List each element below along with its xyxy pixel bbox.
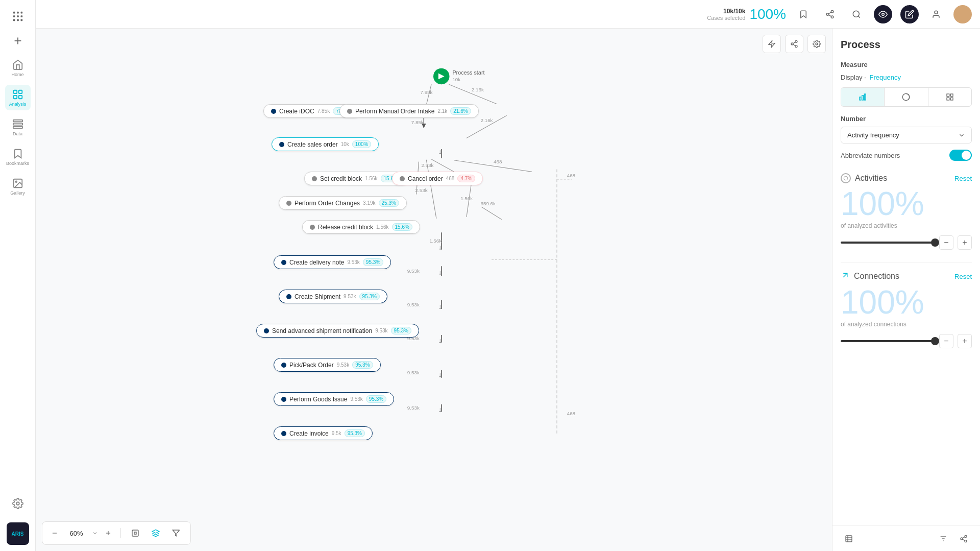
sidebar-item-data[interactable]: Data <box>5 114 31 140</box>
aris-logo: ARIS <box>7 522 29 545</box>
activity-frequency-dropdown[interactable]: Activity frequency <box>841 127 972 143</box>
svg-rect-1 <box>17 12 19 14</box>
svg-rect-0 <box>13 12 15 14</box>
svg-text:659.6k: 659.6k <box>480 201 496 206</box>
canvas-lightning-icon[interactable] <box>763 35 781 53</box>
left-nav: 1 Home Analysis Data Bookmarks Gallery A… <box>0 0 36 551</box>
header-right: 10k/10k Cases selected 100% <box>707 5 972 23</box>
canvas-settings-icon[interactable] <box>807 35 826 53</box>
svg-text:468: 468 <box>567 173 576 178</box>
activities-slider-row: − + <box>841 235 972 250</box>
user-avatar[interactable] <box>953 5 972 23</box>
svg-rect-14 <box>18 95 21 98</box>
activities-percent: 100% <box>841 187 972 220</box>
svg-text:9.53k: 9.53k <box>407 302 420 307</box>
connections-reset-btn[interactable]: Reset <box>954 273 972 280</box>
svg-rect-17 <box>13 126 22 128</box>
display-freq: Frequency <box>870 74 901 81</box>
svg-rect-8 <box>20 19 22 21</box>
svg-text:9.53k: 9.53k <box>407 268 420 274</box>
connections-slider-minus[interactable]: − <box>939 334 953 348</box>
header-view-icon[interactable] <box>874 5 892 23</box>
sidebar-item-home[interactable]: Home <box>5 55 31 81</box>
connections-icon <box>841 271 850 282</box>
svg-point-31 <box>795 40 797 42</box>
activities-slider-track[interactable] <box>841 242 935 244</box>
header-bookmark-icon[interactable] <box>794 5 813 23</box>
connections-slider-plus[interactable]: + <box>958 334 972 348</box>
canvas-toolbar <box>763 35 826 53</box>
nav-add-btn[interactable] <box>8 31 28 51</box>
top-header: 10k/10k Cases selected 100% <box>36 0 980 29</box>
svg-line-53 <box>454 160 531 172</box>
header-search-icon[interactable] <box>847 5 866 23</box>
activities-slider-minus[interactable]: − <box>939 235 953 250</box>
connections-title-row: Connections <box>841 271 899 282</box>
process-canvas[interactable]: 7.85k 2.16k 7.85k 2.16k 2.53k 5.44k 468 … <box>36 29 832 551</box>
activities-icon <box>841 173 851 183</box>
svg-point-26 <box>853 11 859 17</box>
svg-text:↓: ↓ <box>438 148 442 156</box>
svg-text:1.56k: 1.56k <box>429 238 442 244</box>
display-type-grid[interactable] <box>928 88 971 106</box>
sidebar-item-bookmarks[interactable]: Bookmarks <box>5 144 31 170</box>
svg-rect-6 <box>13 19 15 21</box>
canvas-layers-btn[interactable] <box>148 525 164 541</box>
zoom-plus-btn[interactable] <box>102 527 114 539</box>
number-label: Number <box>841 115 972 123</box>
svg-line-49 <box>431 159 454 172</box>
svg-rect-95 <box>947 94 949 97</box>
abbreviate-row: Abbreviate numbers <box>841 150 972 161</box>
cases-fraction: 10k/10k <box>707 8 745 15</box>
sidebar-item-analysis[interactable]: Analysis <box>5 85 31 110</box>
svg-rect-11 <box>13 90 16 93</box>
panel-filter2-btn[interactable] <box>935 531 951 547</box>
sidebar-item-gallery[interactable]: Gallery <box>5 174 31 199</box>
panel-title: Process <box>841 39 972 51</box>
canvas-fit-btn[interactable] <box>127 525 143 541</box>
activities-analyzed-label: of analyzed activities <box>841 222 972 229</box>
svg-marker-30 <box>769 40 775 47</box>
abbreviate-toggle[interactable] <box>949 150 972 161</box>
svg-line-46 <box>467 115 507 138</box>
svg-rect-13 <box>13 95 16 98</box>
display-type-circular[interactable] <box>885 88 928 106</box>
svg-point-29 <box>935 11 938 14</box>
header-user-icon[interactable] <box>927 5 945 23</box>
connections-percent: 100% <box>841 286 972 319</box>
svg-line-57 <box>467 182 472 217</box>
svg-rect-12 <box>18 90 21 93</box>
canvas-bottom-toolbar: 60% <box>42 521 191 545</box>
activities-slider-plus[interactable]: + <box>958 235 972 250</box>
svg-point-109 <box>961 538 963 540</box>
panel-table-btn[interactable] <box>841 531 857 547</box>
nav-gallery-label: Gallery <box>10 190 25 196</box>
nav-data-label: Data <box>13 131 22 136</box>
sidebar-item-settings[interactable] <box>5 491 31 516</box>
connections-header: Connections Reset <box>841 271 972 282</box>
panel-divider <box>841 262 972 262</box>
canvas-filter-btn[interactable] <box>168 525 184 541</box>
nav-analysis-label: Analysis <box>9 102 27 107</box>
svg-text:2.53k: 2.53k <box>415 187 428 193</box>
svg-text:10k: 10k <box>452 77 460 82</box>
svg-line-40 <box>426 84 431 105</box>
connections-slider-track[interactable] <box>841 340 935 342</box>
activities-section: Activities Reset 100% of analyzed activi… <box>841 173 972 250</box>
canvas-variant-icon[interactable] <box>785 35 803 53</box>
display-type-bar[interactable] <box>841 88 885 106</box>
zoom-dropdown[interactable] <box>92 530 98 536</box>
svg-text:2.16k: 2.16k <box>480 117 493 123</box>
header-edit-icon[interactable] <box>900 5 919 23</box>
svg-point-32 <box>791 43 793 45</box>
activities-reset-btn[interactable]: Reset <box>954 175 972 182</box>
nav-apps-icon[interactable] <box>8 6 28 27</box>
svg-point-28 <box>882 13 885 15</box>
zoom-minus-btn[interactable] <box>48 527 61 539</box>
svg-point-33 <box>795 45 797 47</box>
panel-network-btn[interactable] <box>955 531 972 547</box>
svg-point-19 <box>15 181 17 182</box>
header-share-icon[interactable] <box>821 5 839 23</box>
svg-text:9.53k: 9.53k <box>407 405 420 411</box>
svg-point-21 <box>831 10 834 13</box>
